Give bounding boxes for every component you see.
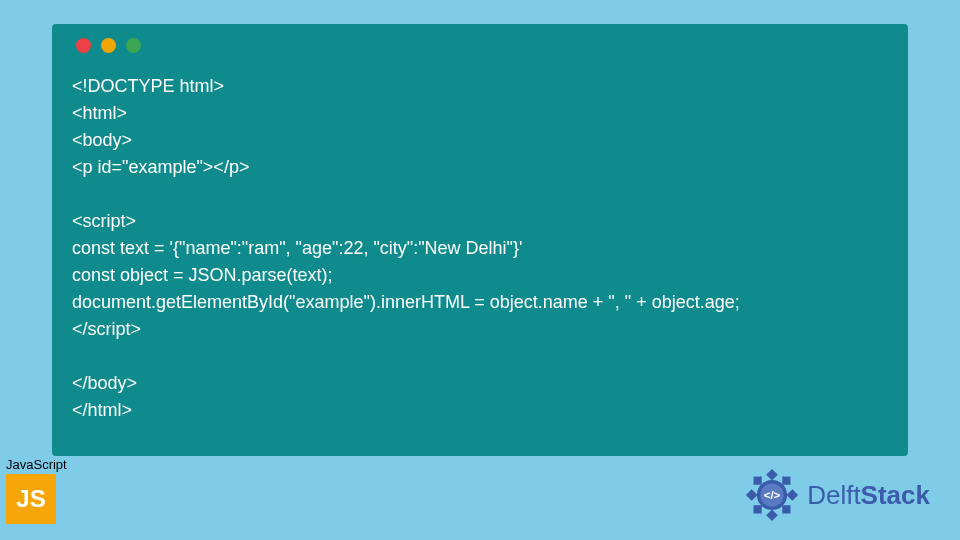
svg-marker-6 xyxy=(746,489,758,501)
minimize-dot-icon xyxy=(101,38,116,53)
delftstack-logo: </> DelftStack xyxy=(743,466,930,524)
brand-name-part2: Stack xyxy=(861,480,930,510)
language-label: JavaScript xyxy=(6,457,67,472)
svg-marker-2 xyxy=(787,489,799,501)
brand-name-part1: Delft xyxy=(807,480,860,510)
delftstack-gear-icon: </> xyxy=(743,466,801,524)
svg-marker-4 xyxy=(766,510,778,522)
maximize-dot-icon xyxy=(126,38,141,53)
code-content: <!DOCTYPE html> <html> <body> <p id="exa… xyxy=(70,73,890,424)
javascript-badge: JavaScript JS xyxy=(6,457,67,524)
javascript-icon: JS xyxy=(6,474,56,524)
svg-marker-0 xyxy=(766,469,778,481)
js-icon-text: JS xyxy=(16,485,45,513)
code-window: <!DOCTYPE html> <html> <body> <p id="exa… xyxy=(52,24,908,456)
delftstack-text: DelftStack xyxy=(807,480,930,511)
svg-text:</>: </> xyxy=(764,488,781,501)
window-controls xyxy=(70,38,890,53)
close-dot-icon xyxy=(76,38,91,53)
